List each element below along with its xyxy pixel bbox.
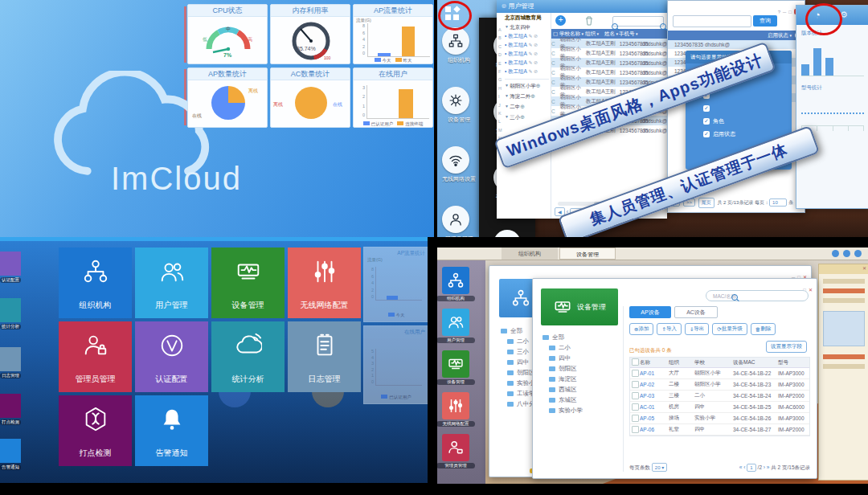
tile-devices[interactable]: 设备管理 — [211, 248, 285, 318]
taskbar-icon[interactable] — [843, 250, 850, 257]
taskbar-tab-device[interactable]: 设备管理 — [559, 248, 616, 260]
composite-screenshot: ImCloud CPU状态 低 中 高 7% — [0, 0, 868, 495]
device-row[interactable]: AP-01大厅朝阳区小学34-CE-54-1B-22IM-AP3000 — [630, 368, 809, 379]
status-column-header[interactable]: 启用状态 + — [668, 31, 805, 40]
col-mac[interactable]: 设备MAC — [733, 359, 778, 366]
table-row[interactable]: 1234567835 dhdsuhk@ — [668, 40, 805, 49]
export-button[interactable]: ⇓ 导出 — [685, 323, 709, 335]
pager-prev[interactable] — [743, 464, 745, 470]
tree-child[interactable]: 教工组A — [505, 59, 549, 67]
tree-item[interactable]: 实验小学 — [542, 405, 583, 415]
import-button[interactable]: ⇑ 导入 — [657, 323, 681, 335]
delete-button[interactable]: 🗑删除 — [751, 323, 776, 335]
tree-group[interactable]: 三小 — [505, 114, 549, 121]
tile-alerts[interactable]: 告警通知 — [135, 395, 208, 466]
tree-item[interactable]: 全部 — [542, 332, 583, 342]
tree-group[interactable]: 北京四中 — [505, 24, 549, 31]
launcher-item-org[interactable]: 组织机构 — [442, 27, 476, 64]
col-school[interactable]: 学校 — [694, 359, 733, 366]
tile-probe-detect[interactable]: 打点检测 — [59, 395, 132, 466]
per-page-select[interactable]: 20 ▾ — [652, 463, 667, 472]
device-row[interactable]: AP-03三楼二小34-CE-54-1B-24IM-AP2000 — [630, 391, 809, 402]
device-row[interactable]: AP-02二楼朝阳区小学34-CE-54-1B-23IM-AP3000 — [630, 379, 809, 391]
tile-statistics[interactable]: 统计分析 — [211, 321, 285, 392]
dock-item-org[interactable]: 组织机构 — [442, 267, 475, 301]
tree-item[interactable]: 朝阳区 — [542, 363, 583, 374]
query-input[interactable] — [673, 15, 751, 27]
search-input[interactable] — [612, 16, 664, 27]
pager-last[interactable]: 尾页 — [698, 198, 714, 208]
dock-item-wireless[interactable]: 无线网络配置 — [442, 392, 475, 427]
tile-logs[interactable]: 日志管理 — [288, 321, 361, 392]
device-header-card[interactable]: 设备管理 — [541, 288, 618, 325]
tree-child[interactable]: 教工组A — [505, 51, 549, 58]
per-page-input[interactable]: 10 — [769, 198, 787, 207]
col-phone[interactable]: 手机号 — [619, 31, 641, 38]
taskbar-tab-org[interactable]: 组织机构 — [502, 248, 558, 260]
col-org[interactable]: 组织 — [669, 359, 694, 366]
device-row[interactable]: AP-06礼堂四中34-CE-54-1B-27IM-AP2000 — [630, 424, 809, 436]
tile-org[interactable]: 组织机构 — [59, 248, 132, 318]
org-tree-panel: A B C D E F G H I J K L M N 北京西城教育局 北京四中… — [497, 13, 551, 219]
folder-icon — [549, 346, 555, 350]
set-fields-button[interactable]: 设置显示字段 — [766, 341, 807, 353]
dock-item-devices[interactable]: 设备管理 — [442, 350, 475, 385]
taskbar-icon[interactable] — [854, 250, 862, 257]
taskbar-icon[interactable] — [832, 250, 839, 257]
col-org[interactable]: 组织 — [585, 31, 604, 38]
tab-ap-devices[interactable]: AP设备 — [629, 306, 671, 318]
tile-admin[interactable]: 管理员管理 — [59, 321, 132, 392]
tree-child[interactable]: 教工组A — [505, 42, 549, 49]
batch-upgrade-button[interactable]: ⟳ 批量升级 — [712, 323, 747, 335]
tile-users[interactable]: 用户管理 — [135, 248, 208, 318]
pager-next[interactable] — [764, 464, 765, 470]
cropped-tile[interactable] — [0, 439, 21, 463]
tree-child[interactable]: 教工组A — [505, 68, 549, 76]
add-button[interactable]: ⊕ 添加 — [629, 323, 653, 335]
cropped-tile[interactable] — [0, 252, 21, 276]
tree-group[interactable]: 二中 — [505, 104, 549, 111]
search-icon[interactable] — [660, 23, 666, 30]
panel-dashboard-sky: ImCloud CPU状态 低 中 高 7% — [0, 0, 434, 237]
pager-page[interactable]: 1 — [747, 464, 755, 472]
tree-item[interactable]: 四中 — [542, 353, 583, 363]
picker-option[interactable] — [686, 102, 792, 115]
launcher-item-admin[interactable]: 管理员管理 — [442, 206, 476, 237]
picker-option[interactable]: 角色 — [686, 115, 792, 128]
launcher-item-device[interactable]: 设备管理 — [442, 87, 476, 124]
tree-child[interactable]: 教工组A — [505, 33, 549, 40]
launcher-item-wireless[interactable]: 无线网络设置 — [442, 146, 476, 183]
close-button[interactable]: ✕ — [862, 265, 866, 271]
trash-icon[interactable] — [585, 16, 593, 26]
tree-item[interactable]: 二小 — [542, 342, 583, 353]
monitor-icon[interactable] — [493, 230, 521, 237]
tree-group[interactable]: 朝阳区小学 — [505, 83, 549, 90]
dock-item-users[interactable]: 用户管理 — [442, 309, 475, 343]
tree-group[interactable]: 海淀二外 — [505, 93, 549, 100]
alphabet-index[interactable]: A B C D E F G H I J K L M N — [498, 26, 502, 143]
tile-wireless-config[interactable]: 无线网络配置 — [288, 248, 361, 318]
tab-ac-devices[interactable]: AC设备 — [674, 306, 718, 318]
tree-item[interactable]: 西城区 — [542, 384, 583, 395]
col-name[interactable]: 名称 — [640, 359, 669, 366]
device-row[interactable]: AP-05操场实验小学34-CE-54-1B-26IM-AP3000 — [630, 413, 809, 424]
col-name[interactable]: 姓名 — [604, 31, 619, 38]
cropped-tile[interactable] — [0, 394, 21, 418]
add-button[interactable]: + — [555, 15, 566, 26]
cropped-tile[interactable] — [0, 298, 21, 322]
device-row[interactable]: AC-01机房四中34-CE-54-1B-25IM-AC6000 — [630, 402, 809, 413]
device-window: ✕ MAC/名称 设备管理 全部 二小 四中 朝阳区 海淀区 西城区 东城区 实… — [532, 278, 817, 479]
pager-first[interactable] — [739, 464, 743, 470]
tree-item[interactable]: 海淀区 — [542, 374, 583, 384]
device-search-input[interactable]: MAC/名称 — [706, 290, 809, 301]
col-model[interactable]: 型号 — [778, 359, 788, 366]
query-button[interactable]: 查询 — [753, 15, 777, 27]
dock-item-admin[interactable]: 管理员管理 — [442, 434, 475, 468]
close-button[interactable]: ✕ — [809, 287, 813, 292]
tile-auth-config[interactable]: 认证配置 — [135, 321, 208, 392]
pager-last[interactable] — [767, 464, 770, 470]
cropped-tile[interactable] — [0, 347, 21, 371]
tree-item[interactable]: 东城区 — [542, 395, 583, 405]
window-titlebar[interactable]: ⊙ 用户管理 — [497, 0, 667, 13]
tree-root[interactable]: 北京西城教育局 — [505, 14, 549, 22]
